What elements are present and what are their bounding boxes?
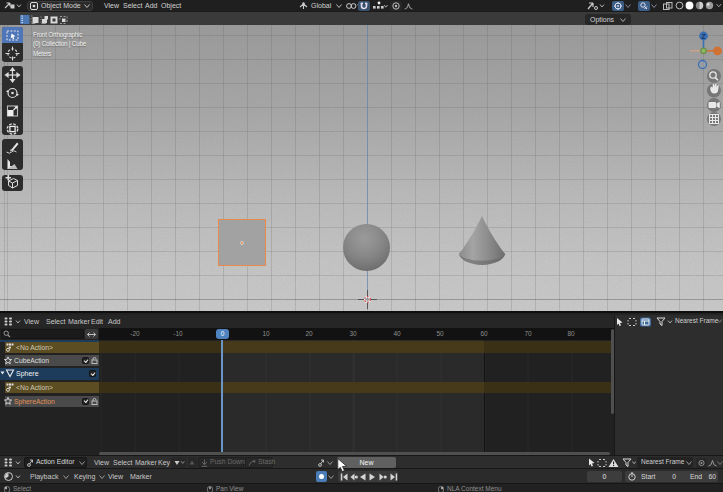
svg-text:Z: Z [702,33,706,40]
